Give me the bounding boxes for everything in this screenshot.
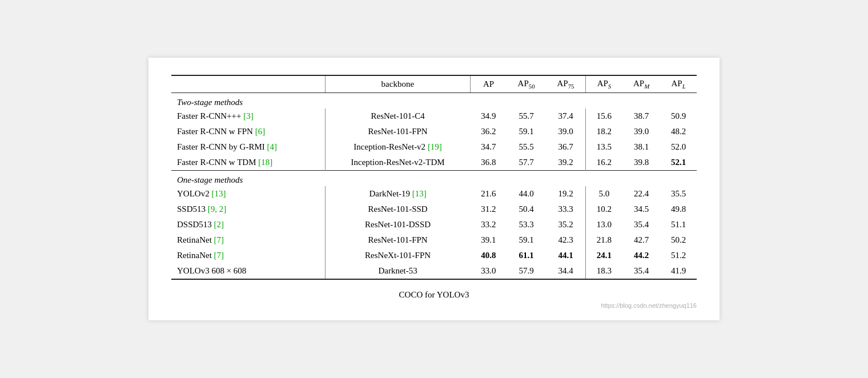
section-title-row: Two-stage methods [171,93,697,109]
header-backbone: backbone [325,75,470,93]
ap75-cell: 34.4 [546,263,586,279]
method-cell: Faster R-CNN w FPN [6] [171,124,325,139]
ap-cell: 34.9 [470,108,507,124]
ap-cell: 40.8 [470,248,507,263]
apm-cell: 39.0 [622,124,660,139]
ap75-cell: 19.2 [546,186,586,202]
table-row: YOLOv3 608 × 608Darknet-5333.057.934.418… [171,263,697,279]
ap50-cell: 57.9 [507,263,546,279]
aps-cell: 18.2 [586,124,622,139]
apm-cell: 38.7 [622,108,660,124]
apm-cell: 35.4 [622,263,660,279]
table-header: backbone AP AP50 AP75 APS APM APL [171,75,697,93]
ap75-cell: 39.2 [546,155,586,171]
section-title: Two-stage methods [171,93,697,109]
apl-cell: 49.8 [660,202,697,217]
ap50-cell: 61.1 [507,248,546,263]
page-wrapper: backbone AP AP50 AP75 APS APM APL Two-st… [148,58,720,320]
method-cell: SSD513 [9, 2] [171,202,325,217]
backbone-cell: ResNet-101-DSSD [325,217,470,232]
aps-cell: 5.0 [586,186,622,202]
table-row: Faster R-CNN by G-RMI [4]Inception-ResNe… [171,139,697,155]
backbone-cell: Darknet-53 [325,263,470,279]
apm-cell: 35.4 [622,217,660,232]
table-row: SSD513 [9, 2]ResNet-101-SSD31.250.433.31… [171,202,697,217]
header-ap: AP [470,75,507,93]
ap-cell: 33.2 [470,217,507,232]
apl-cell: 50.9 [660,108,697,124]
header-apl: APL [660,75,697,93]
ap50-cell: 50.4 [507,202,546,217]
backbone-cell: ResNeXt-101-FPN [325,248,470,263]
backbone-cell: ResNet-101-FPN [325,124,470,139]
ap75-cell: 42.3 [546,232,586,248]
ap50-cell: 55.7 [507,108,546,124]
ap75-cell: 37.4 [546,108,586,124]
backbone-cell: ResNet-101-FPN [325,232,470,248]
backbone-cell: Inception-ResNet-v2 [19] [325,139,470,155]
aps-cell: 15.6 [586,108,622,124]
apl-cell: 41.9 [660,263,697,279]
apm-cell: 34.5 [622,202,660,217]
ap-cell: 36.8 [470,155,507,171]
apl-cell: 51.2 [660,248,697,263]
ap-cell: 34.7 [470,139,507,155]
ap50-cell: 53.3 [507,217,546,232]
header-apm: APM [622,75,660,93]
method-cell: Faster R-CNN+++ [3] [171,108,325,124]
apl-cell: 48.2 [660,124,697,139]
apl-cell: 50.2 [660,232,697,248]
ap50-cell: 44.0 [507,186,546,202]
aps-cell: 18.3 [586,263,622,279]
table-row: Faster R-CNN+++ [3]ResNet-101-C434.955.7… [171,108,697,124]
aps-cell: 24.1 [586,248,622,263]
method-cell: YOLOv2 [13] [171,186,325,202]
ap50-cell: 59.1 [507,232,546,248]
table-row: DSSD513 [2]ResNet-101-DSSD33.253.335.213… [171,217,697,232]
ap-cell: 21.6 [470,186,507,202]
apm-cell: 42.7 [622,232,660,248]
ap50-cell: 55.5 [507,139,546,155]
apm-cell: 38.1 [622,139,660,155]
section-title-row: One-stage methods [171,171,697,186]
method-cell: DSSD513 [2] [171,217,325,232]
apl-cell: 51.1 [660,217,697,232]
ap-cell: 33.0 [470,263,507,279]
aps-cell: 16.2 [586,155,622,171]
method-cell: RetinaNet [7] [171,248,325,263]
backbone-cell: ResNet-101-C4 [325,108,470,124]
apl-cell: 52.1 [660,155,697,171]
backbone-cell: Inception-ResNet-v2-TDM [325,155,470,171]
apl-cell: 52.0 [660,139,697,155]
ap75-cell: 36.7 [546,139,586,155]
apl-cell: 35.5 [660,186,697,202]
apm-cell: 22.4 [622,186,660,202]
table-row: Faster R-CNN w FPN [6]ResNet-101-FPN36.2… [171,124,697,139]
method-cell: RetinaNet [7] [171,232,325,248]
aps-cell: 21.8 [586,232,622,248]
ap75-cell: 33.3 [546,202,586,217]
ap-cell: 36.2 [470,124,507,139]
header-ap50: AP50 [507,75,546,93]
header-aps: APS [586,75,622,93]
ap75-cell: 44.1 [546,248,586,263]
table-row: RetinaNet [7]ResNet-101-FPN39.159.142.32… [171,232,697,248]
backbone-cell: DarkNet-19 [13] [325,186,470,202]
aps-cell: 13.5 [586,139,622,155]
ap75-cell: 39.0 [546,124,586,139]
ap50-cell: 57.7 [507,155,546,171]
results-table: backbone AP AP50 AP75 APS APM APL Two-st… [171,75,697,280]
apm-cell: 44.2 [622,248,660,263]
aps-cell: 10.2 [586,202,622,217]
ap-cell: 31.2 [470,202,507,217]
method-cell: YOLOv3 608 × 608 [171,263,325,279]
method-cell: Faster R-CNN by G-RMI [4] [171,139,325,155]
ap75-cell: 35.2 [546,217,586,232]
ap-cell: 39.1 [470,232,507,248]
table-row: RetinaNet [7]ResNeXt-101-FPN40.861.144.1… [171,248,697,263]
table-row: YOLOv2 [13]DarkNet-19 [13]21.644.019.25.… [171,186,697,202]
header-method [171,75,325,93]
method-cell: Faster R-CNN w TDM [18] [171,155,325,171]
aps-cell: 13.0 [586,217,622,232]
ap50-cell: 59.1 [507,124,546,139]
